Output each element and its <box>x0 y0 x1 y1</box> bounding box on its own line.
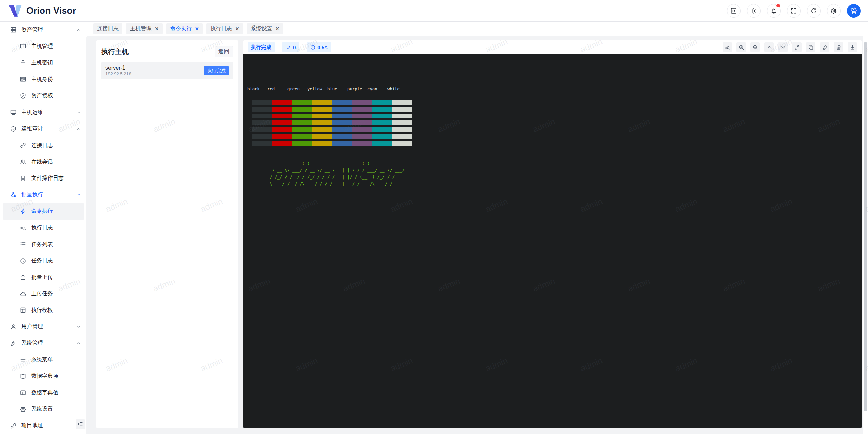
tab-label: 系统设置 <box>251 25 272 32</box>
tab-label: 执行日志 <box>210 25 232 32</box>
sidebar-group-用户管理[interactable]: 用户管理 <box>0 319 86 335</box>
delete-button[interactable] <box>834 42 843 52</box>
expand-button[interactable] <box>792 42 802 52</box>
sidebar-item-命令执行[interactable]: 命令执行 <box>3 203 84 220</box>
terminal-screen[interactable]: black red green yellow blue purple cyan … <box>243 54 862 428</box>
tab-label: 命令执行 <box>170 25 192 32</box>
sidebar-item-文件操作日志[interactable]: 文件操作日志 <box>0 170 86 187</box>
sidebar-item-上传任务[interactable]: 上传任务 <box>0 286 86 302</box>
clean-button[interactable] <box>820 42 829 52</box>
tab-系统设置[interactable]: 系统设置✕ <box>247 23 283 34</box>
tab-主机管理[interactable]: 主机管理✕ <box>126 23 163 34</box>
clock-icon <box>20 258 26 264</box>
search-log-button[interactable] <box>723 42 732 52</box>
sidebar-item-系统菜单[interactable]: 系统菜单 <box>0 352 86 368</box>
sidebar-group-项目地址[interactable]: 项目地址 <box>0 417 86 434</box>
sidebar-item-资产授权[interactable]: 资产授权 <box>0 88 86 104</box>
sidebar-item-label: 在线会话 <box>31 158 53 166</box>
theme-sun-button[interactable] <box>747 4 761 18</box>
sidebar-item-执行模板[interactable]: 执行模板 <box>0 302 86 319</box>
sidebar-item-主机身份[interactable]: 主机身份 <box>0 71 86 88</box>
sidebar-group-资产管理[interactable]: 资产管理 <box>0 22 86 38</box>
host-status-badge: 执行完成 <box>204 66 229 75</box>
arrow-up-button[interactable] <box>764 42 774 52</box>
copy-icon <box>808 44 814 50</box>
back-button[interactable]: 返回 <box>215 46 233 57</box>
sidebar-group-批量执行[interactable]: 批量执行 <box>0 187 86 203</box>
lock-icon <box>20 59 26 66</box>
storage-icon <box>10 26 17 33</box>
scrollbar-thumb[interactable] <box>864 42 867 411</box>
sidebar-item-label: 命令执行 <box>31 208 53 215</box>
theme-sun-icon <box>750 7 757 14</box>
sidebar-item-label: 运维审计 <box>21 125 43 132</box>
arrow-down-icon <box>780 44 786 50</box>
app-title: Orion Visor <box>26 5 76 16</box>
refresh-button[interactable] <box>807 4 821 18</box>
tab-close-icon[interactable]: ✕ <box>235 26 239 31</box>
notifications-bell-button[interactable] <box>767 4 781 18</box>
app-logo[interactable]: Orion Visor <box>0 5 76 17</box>
host-item-server-1[interactable]: server-1182.92.5.218执行完成 <box>101 62 233 79</box>
search-log-icon <box>725 44 730 50</box>
arrow-down-button[interactable] <box>778 42 788 52</box>
sidebar-group-主机运维[interactable]: 主机运维 <box>0 104 86 121</box>
book-icon <box>20 373 26 380</box>
desktop-icon <box>10 109 17 116</box>
arrow-up-icon <box>766 44 772 50</box>
fullscreen-button[interactable] <box>787 4 801 18</box>
zoom-in-button[interactable] <box>736 42 746 52</box>
sidebar-item-数据字典项[interactable]: 数据字典项 <box>0 368 86 384</box>
desktop-icon <box>20 43 26 50</box>
tab-close-icon[interactable]: ✕ <box>275 26 280 31</box>
template-icon <box>20 307 26 314</box>
sidebar-menu: 资产管理主机管理主机密钥主机身份资产授权主机运维运维审计连接日志在线会话文件操作… <box>0 22 86 434</box>
shield-icon <box>20 93 26 99</box>
logo-v-icon <box>9 5 22 17</box>
sidebar-item-label: 系统设置 <box>31 405 53 413</box>
zoom-out-button[interactable] <box>750 42 760 52</box>
settings-gear-button[interactable] <box>827 4 841 18</box>
sidebar-item-label: 资产管理 <box>21 26 43 34</box>
sidebar-group-运维审计[interactable]: 运维审计 <box>0 121 86 137</box>
chev-up-icon <box>76 341 81 346</box>
code-window-button[interactable] <box>727 4 741 18</box>
sidebar-item-label: 系统菜单 <box>31 356 53 363</box>
sidebar-item-label: 批量执行 <box>21 191 43 199</box>
sidebar-item-连接日志[interactable]: 连接日志 <box>0 137 86 154</box>
sidebar-item-任务列表[interactable]: 任务列表 <box>0 236 86 253</box>
panel-title: 执行主机 <box>101 47 129 56</box>
sidebar-item-在线会话[interactable]: 在线会话 <box>0 154 86 170</box>
sidebar-item-数据字典值[interactable]: 数据字典值 <box>0 384 86 401</box>
tab-close-icon[interactable]: ✕ <box>155 26 159 31</box>
sidebar-collapse-button[interactable] <box>76 419 85 429</box>
sidebar-item-批量上传[interactable]: 批量上传 <box>0 269 86 286</box>
copy-button[interactable] <box>806 42 815 52</box>
sidebar-item-执行日志[interactable]: 执行日志 <box>0 220 86 236</box>
chev-up-icon <box>76 27 81 32</box>
tab-命令执行[interactable]: 命令执行✕ <box>166 23 203 34</box>
menu-fold-icon <box>77 421 83 427</box>
expand-icon <box>794 44 800 50</box>
sidebar-item-label: 执行模板 <box>31 307 53 314</box>
fullscreen-icon <box>790 7 797 14</box>
sidebar-item-label: 批量上传 <box>31 274 53 281</box>
sidebar-item-label: 主机密钥 <box>31 59 53 67</box>
chev-up-icon <box>76 127 81 131</box>
notifications-bell-icon <box>770 7 777 14</box>
sidebar-item-系统设置[interactable]: 系统设置 <box>0 401 86 418</box>
chev-down-icon <box>76 324 81 329</box>
sidebar-item-任务日志[interactable]: 任务日志 <box>0 252 86 269</box>
tab-连接日志[interactable]: 连接日志 <box>93 23 122 34</box>
delete-icon <box>836 44 842 50</box>
sidebar-group-系统管理[interactable]: 系统管理 <box>0 335 86 352</box>
download-button[interactable] <box>848 42 857 52</box>
tab-执行日志[interactable]: 执行日志✕ <box>206 23 243 34</box>
gear-icon <box>20 406 26 413</box>
host-list: server-1182.92.5.218执行完成 <box>96 62 238 79</box>
sidebar-item-主机管理[interactable]: 主机管理 <box>0 38 86 55</box>
user-avatar[interactable]: 管 <box>847 4 861 18</box>
tab-close-icon[interactable]: ✕ <box>195 26 199 31</box>
sidebar-item-label: 任务日志 <box>31 257 53 264</box>
sidebar-item-主机密钥[interactable]: 主机密钥 <box>0 55 86 71</box>
